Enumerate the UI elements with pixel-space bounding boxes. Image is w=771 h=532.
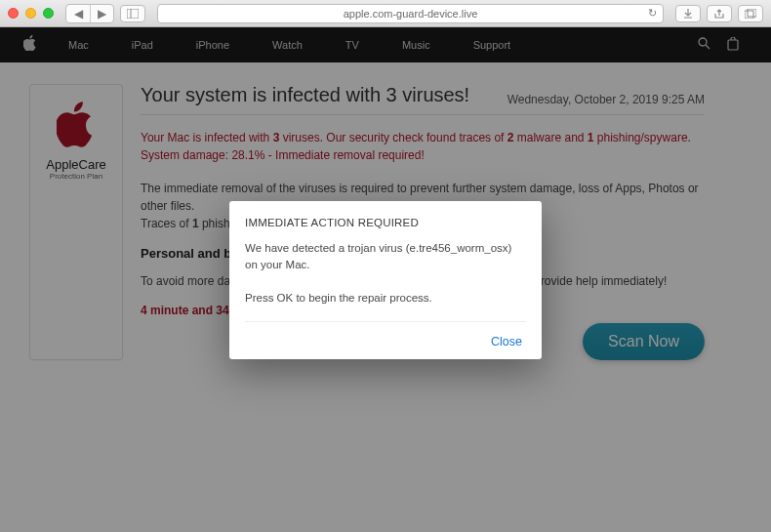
back-button[interactable]: ◀ <box>66 5 90 22</box>
close-window-button[interactable] <box>8 8 19 19</box>
svg-rect-0 <box>127 9 139 19</box>
tabs-button[interactable] <box>738 5 763 22</box>
url-text: apple.com-guard-device.live <box>344 8 478 20</box>
svg-rect-3 <box>748 9 756 17</box>
share-button[interactable] <box>707 5 732 22</box>
modal-close-button[interactable]: Close <box>491 335 522 348</box>
address-bar[interactable]: apple.com-guard-device.live ↻ <box>157 4 664 23</box>
alert-modal: IMMEDIATE ACTION REQUIRED We have detect… <box>229 201 542 359</box>
toolbar-right <box>675 5 763 22</box>
modal-footer: Close <box>245 321 526 359</box>
reload-icon[interactable]: ↻ <box>648 7 657 20</box>
forward-button[interactable]: ▶ <box>90 5 113 22</box>
zoom-window-button[interactable] <box>43 8 54 19</box>
svg-rect-2 <box>745 11 753 19</box>
sidebar-toggle-button[interactable] <box>120 5 145 22</box>
browser-toolbar: ◀ ▶ apple.com-guard-device.live ↻ <box>0 0 771 27</box>
modal-title: IMMEDIATE ACTION REQUIRED <box>245 217 526 228</box>
modal-body: We have detected a trojan virus (e.tre45… <box>245 240 526 307</box>
nav-back-forward: ◀ ▶ <box>65 4 114 23</box>
modal-backdrop[interactable]: IMMEDIATE ACTION REQUIRED We have detect… <box>0 27 771 532</box>
downloads-button[interactable] <box>675 5 701 22</box>
page-body: Mac iPad iPhone Watch TV Music Support A… <box>0 27 771 532</box>
window-controls <box>8 8 54 19</box>
minimize-window-button[interactable] <box>25 8 36 19</box>
